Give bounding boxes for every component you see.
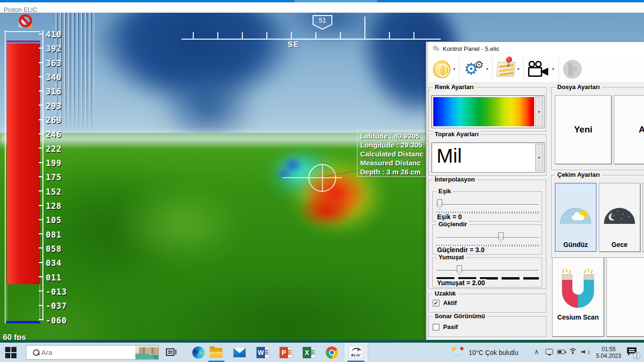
app-title-bar[interactable]: Proton ELIC <box>0 2 644 13</box>
guclendir-slider-thumb[interactable] <box>498 232 504 243</box>
group-label: İnterpolasyon <box>433 176 477 183</box>
depth-scale-label: 011 <box>46 273 62 282</box>
group-label: Çekim Ayarları <box>555 171 602 178</box>
checkbox-unchecked[interactable] <box>433 324 439 330</box>
scan-extra-button[interactable] <box>606 257 644 337</box>
taskbar-app-word[interactable]: W <box>256 346 269 359</box>
notification-badge[interactable]: 1 <box>633 352 640 359</box>
cekim-ayarlari-group: Çekim Ayarları Gündüz Gece <box>551 175 644 258</box>
guclendir-value-label: Güçlendir = 3.0 <box>436 246 486 254</box>
chevron-down-icon[interactable]: ▼ <box>552 67 555 71</box>
ac-button[interactable]: Aç <box>614 95 644 164</box>
kontrol-panel-window[interactable]: ⚙ ⚙ Kontrol Panel - 5.elic ▼ ⚙⚙ ▼ ▼ ▼ <box>426 41 644 340</box>
esik-slider-track[interactable] <box>437 204 539 206</box>
compass-tick <box>266 32 267 39</box>
app-title: Proton ELIC <box>4 6 37 13</box>
dosya-ayarlari-group: Dosya Ayarları Yeni Aç <box>551 87 644 170</box>
depth-scale-label: 222 <box>46 144 62 154</box>
depth-scale-red-bar <box>7 43 40 284</box>
depth-scale-label: 199 <box>46 158 62 168</box>
aktif-checkbox-row[interactable]: ✓ Aktif <box>433 299 457 306</box>
guclendir-slider-track[interactable] <box>437 237 539 239</box>
depth-scale-label: 392 <box>46 44 62 53</box>
night-dome-icon <box>604 208 635 224</box>
taskbar-app-elic-active[interactable]: ELIC <box>344 343 368 362</box>
depth-scale-label: 316 <box>46 87 62 96</box>
globe-tool-button[interactable]: ▼ <box>429 56 460 82</box>
moon-icon <box>609 214 616 221</box>
taskbar-app-chrome[interactable] <box>326 346 338 359</box>
taskbar-search-box[interactable] <box>26 345 159 360</box>
search-input[interactable] <box>41 348 135 356</box>
guclendir-slider-group: Güçlendir Güçlendir = 3.0 <box>432 224 542 255</box>
checkbox-label: Pasif <box>443 323 458 330</box>
weather-text[interactable]: 10°C Çok bulutlu <box>469 349 518 356</box>
windows-logo-icon <box>5 347 10 352</box>
weather-icon[interactable] <box>451 347 465 358</box>
gears-icon: ⚙ <box>436 47 440 52</box>
checkbox-checked[interactable]: ✓ <box>433 300 439 306</box>
yumusat-slider-track[interactable] <box>437 270 539 272</box>
compass-heading-badge: 51 <box>312 15 333 31</box>
taskbar-app-excel[interactable]: X <box>303 346 315 359</box>
word-icon: W <box>256 347 269 358</box>
panel-title-bar[interactable]: ⚙ ⚙ Kontrol Panel - 5.elic <box>429 42 644 56</box>
color-gradient-preview <box>433 97 534 126</box>
depth-scale-label: -013 <box>46 287 67 296</box>
depth-scale-label: 175 <box>46 173 62 182</box>
renk-ayarlari-group: Renk Ayarları ▼ <box>429 87 546 132</box>
depth-scale-purple-band <box>7 41 40 42</box>
battery-icon[interactable] <box>557 350 565 354</box>
start-button[interactable] <box>5 346 17 359</box>
screen: Proton ELIC Latitude : 40.9305 <box>0 0 644 362</box>
depth-scale-label: 363 <box>46 58 62 68</box>
taskbar-app-powerpoint[interactable]: P <box>280 346 292 359</box>
group-label: Toprak Ayarları <box>433 131 480 138</box>
chevron-down-icon[interactable]: ▼ <box>486 67 489 71</box>
map-tool-button[interactable]: ▼ <box>493 56 524 82</box>
group-label: Sonar Görünümü <box>433 313 487 320</box>
pasif-checkbox-row[interactable]: Pasif <box>433 323 458 330</box>
ground-highlight <box>113 185 245 265</box>
depth-scale-label: 081 <box>46 230 62 239</box>
chevron-down-icon[interactable]: ▼ <box>517 67 520 71</box>
windows-logo-icon <box>11 353 17 358</box>
tray-chevron-up-icon[interactable]: ∧ <box>534 348 539 355</box>
taskbar-app-edge[interactable] <box>192 346 205 359</box>
cast-icon[interactable] <box>545 349 553 354</box>
video-record-tool-button[interactable]: ▼ <box>524 56 559 82</box>
wifi-icon[interactable] <box>569 348 577 355</box>
slider-label: Yumuşat <box>437 254 466 261</box>
taskbar-app-file-explorer[interactable] <box>210 346 222 359</box>
combobox-dropdown-button[interactable]: ▼ <box>535 97 543 127</box>
compass-tick <box>291 32 292 39</box>
checkbox-label: Aktif <box>443 299 457 306</box>
taskbar-app-mail[interactable] <box>233 346 246 359</box>
taskbar-clock[interactable]: 01:55 5.04.2023 <box>593 346 624 359</box>
color-gradient-combobox[interactable]: ▼ <box>431 95 545 128</box>
depth-scale-ticks <box>39 33 43 320</box>
chevron-down-icon[interactable]: ▼ <box>453 67 456 71</box>
cesium-scan-button[interactable]: Cesium Scan <box>552 257 604 337</box>
volume-icon[interactable] <box>581 349 589 355</box>
depth-scale-label: 293 <box>46 101 62 111</box>
combobox-dropdown-button[interactable]: ▼ <box>535 144 543 171</box>
esik-slider-thumb[interactable] <box>437 199 442 210</box>
chrome-icon <box>326 346 338 359</box>
yumusat-slider-thumb[interactable] <box>457 265 462 276</box>
excel-icon: X <box>303 347 315 358</box>
clock-date: 5.04.2023 <box>593 353 624 359</box>
compass-cardinal-label: SE <box>288 41 299 49</box>
yeni-button[interactable]: Yeni <box>555 95 611 164</box>
depth-scale-label: 152 <box>46 187 62 197</box>
gunduz-button[interactable]: Gündüz <box>555 183 596 252</box>
group-label: Dosya Ayarları <box>555 83 602 90</box>
esik-value-label: Eşik = 0 <box>436 213 463 221</box>
soil-type-combobox[interactable]: Mil ▼ <box>431 142 545 173</box>
search-daily-image[interactable] <box>135 346 158 359</box>
settings-tool-button[interactable]: ⚙⚙ ▼ <box>460 56 493 82</box>
gece-button[interactable]: Gece <box>599 183 640 252</box>
group-label: Renk Ayarları <box>433 83 476 90</box>
crosshair-circle[interactable] <box>308 164 336 192</box>
task-view-icon[interactable] <box>166 348 174 356</box>
